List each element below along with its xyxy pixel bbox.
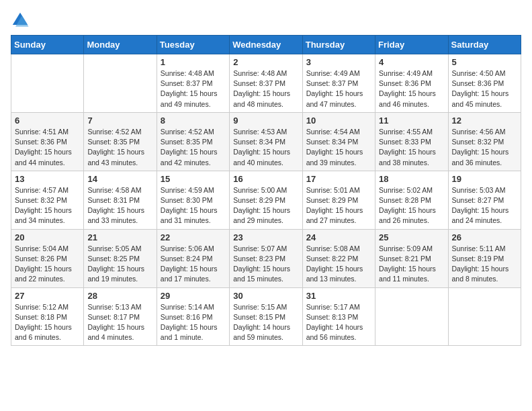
calendar-cell: 21Sunrise: 5:05 AM Sunset: 8:25 PM Dayli… — [84, 229, 157, 287]
day-info: Sunrise: 4:56 AM Sunset: 8:32 PM Dayligh… — [452, 127, 517, 168]
day-info: Sunrise: 5:17 AM Sunset: 8:13 PM Dayligh… — [306, 302, 371, 343]
day-info: Sunrise: 4:50 AM Sunset: 8:36 PM Dayligh… — [452, 68, 517, 109]
calendar-cell — [11, 54, 84, 113]
calendar-cell: 5Sunrise: 4:50 AM Sunset: 8:36 PM Daylig… — [448, 54, 521, 113]
header-saturday: Saturday — [448, 36, 521, 54]
day-number: 17 — [306, 174, 371, 184]
day-number: 23 — [233, 232, 298, 242]
week-row-5: 27Sunrise: 5:12 AM Sunset: 8:18 PM Dayli… — [11, 287, 521, 346]
day-info: Sunrise: 4:59 AM Sunset: 8:30 PM Dayligh… — [161, 185, 226, 226]
day-number: 20 — [15, 232, 80, 242]
calendar-cell: 22Sunrise: 5:06 AM Sunset: 8:24 PM Dayli… — [157, 229, 229, 287]
day-info: Sunrise: 5:03 AM Sunset: 8:27 PM Dayligh… — [452, 185, 517, 226]
calendar-cell: 11Sunrise: 4:55 AM Sunset: 8:33 PM Dayli… — [375, 112, 448, 171]
calendar-cell: 27Sunrise: 5:12 AM Sunset: 8:18 PM Dayli… — [11, 287, 84, 346]
day-number: 12 — [452, 116, 517, 126]
day-number: 9 — [233, 116, 298, 126]
week-row-3: 13Sunrise: 4:57 AM Sunset: 8:32 PM Dayli… — [11, 171, 521, 229]
day-info: Sunrise: 5:13 AM Sunset: 8:17 PM Dayligh… — [87, 302, 152, 343]
day-number: 6 — [15, 116, 80, 126]
day-number: 28 — [87, 291, 152, 301]
calendar-cell: 8Sunrise: 4:52 AM Sunset: 8:35 PM Daylig… — [157, 112, 229, 171]
day-number: 19 — [452, 174, 517, 184]
day-info: Sunrise: 4:52 AM Sunset: 8:35 PM Dayligh… — [87, 127, 152, 168]
calendar-cell: 10Sunrise: 4:54 AM Sunset: 8:34 PM Dayli… — [302, 112, 375, 171]
calendar-cell: 19Sunrise: 5:03 AM Sunset: 8:27 PM Dayli… — [448, 171, 521, 229]
day-info: Sunrise: 4:48 AM Sunset: 8:37 PM Dayligh… — [233, 68, 298, 109]
calendar-cell: 2Sunrise: 4:48 AM Sunset: 8:37 PM Daylig… — [230, 54, 302, 113]
week-row-2: 6Sunrise: 4:51 AM Sunset: 8:36 PM Daylig… — [11, 112, 521, 171]
day-number: 7 — [87, 116, 152, 126]
day-number: 2 — [233, 57, 298, 67]
day-number: 18 — [379, 174, 444, 184]
day-info: Sunrise: 4:53 AM Sunset: 8:34 PM Dayligh… — [233, 127, 298, 168]
calendar-cell: 23Sunrise: 5:07 AM Sunset: 8:23 PM Dayli… — [230, 229, 302, 287]
day-number: 13 — [15, 174, 80, 184]
day-info: Sunrise: 5:12 AM Sunset: 8:18 PM Dayligh… — [15, 302, 80, 343]
day-info: Sunrise: 4:49 AM Sunset: 8:36 PM Dayligh… — [379, 68, 444, 109]
day-number: 26 — [452, 232, 517, 242]
day-info: Sunrise: 5:02 AM Sunset: 8:28 PM Dayligh… — [379, 185, 444, 226]
header-sunday: Sunday — [11, 36, 84, 54]
calendar-table: SundayMondayTuesdayWednesdayThursdayFrid… — [11, 35, 521, 346]
header-wednesday: Wednesday — [230, 36, 302, 54]
logo — [11, 11, 32, 30]
day-number: 1 — [161, 57, 226, 67]
day-info: Sunrise: 4:58 AM Sunset: 8:31 PM Dayligh… — [87, 185, 152, 226]
day-info: Sunrise: 5:01 AM Sunset: 8:29 PM Dayligh… — [306, 185, 371, 226]
day-number: 3 — [306, 57, 371, 67]
day-info: Sunrise: 5:09 AM Sunset: 8:21 PM Dayligh… — [379, 244, 444, 285]
day-number: 27 — [15, 291, 80, 301]
week-row-1: 1Sunrise: 4:48 AM Sunset: 8:37 PM Daylig… — [11, 54, 521, 113]
day-info: Sunrise: 5:04 AM Sunset: 8:26 PM Dayligh… — [15, 244, 80, 285]
calendar-cell: 6Sunrise: 4:51 AM Sunset: 8:36 PM Daylig… — [11, 112, 84, 171]
day-info: Sunrise: 5:06 AM Sunset: 8:24 PM Dayligh… — [161, 244, 226, 285]
day-number: 5 — [452, 57, 517, 67]
day-info: Sunrise: 4:52 AM Sunset: 8:35 PM Dayligh… — [161, 127, 226, 168]
calendar-cell — [84, 54, 157, 113]
calendar-cell: 28Sunrise: 5:13 AM Sunset: 8:17 PM Dayli… — [84, 287, 157, 346]
day-info: Sunrise: 4:48 AM Sunset: 8:37 PM Dayligh… — [161, 68, 226, 109]
header-thursday: Thursday — [302, 36, 375, 54]
calendar-cell: 12Sunrise: 4:56 AM Sunset: 8:32 PM Dayli… — [448, 112, 521, 171]
day-number: 31 — [306, 291, 371, 301]
calendar-cell — [448, 287, 521, 346]
day-number: 4 — [379, 57, 444, 67]
day-number: 21 — [87, 232, 152, 242]
day-info: Sunrise: 4:55 AM Sunset: 8:33 PM Dayligh… — [379, 127, 444, 168]
calendar-cell: 25Sunrise: 5:09 AM Sunset: 8:21 PM Dayli… — [375, 229, 448, 287]
calendar-cell: 14Sunrise: 4:58 AM Sunset: 8:31 PM Dayli… — [84, 171, 157, 229]
calendar-cell — [375, 287, 448, 346]
calendar-cell: 7Sunrise: 4:52 AM Sunset: 8:35 PM Daylig… — [84, 112, 157, 171]
calendar-cell: 31Sunrise: 5:17 AM Sunset: 8:13 PM Dayli… — [302, 287, 375, 346]
day-number: 25 — [379, 232, 444, 242]
calendar-cell: 15Sunrise: 4:59 AM Sunset: 8:30 PM Dayli… — [157, 171, 229, 229]
logo-icon — [11, 11, 30, 30]
calendar-cell: 16Sunrise: 5:00 AM Sunset: 8:29 PM Dayli… — [230, 171, 302, 229]
day-number: 8 — [161, 116, 226, 126]
day-number: 15 — [161, 174, 226, 184]
day-info: Sunrise: 5:15 AM Sunset: 8:15 PM Dayligh… — [233, 302, 298, 343]
day-info: Sunrise: 5:05 AM Sunset: 8:25 PM Dayligh… — [87, 244, 152, 285]
day-info: Sunrise: 4:51 AM Sunset: 8:36 PM Dayligh… — [15, 127, 80, 168]
day-number: 14 — [87, 174, 152, 184]
day-info: Sunrise: 5:08 AM Sunset: 8:22 PM Dayligh… — [306, 244, 371, 285]
day-info: Sunrise: 5:14 AM Sunset: 8:16 PM Dayligh… — [161, 302, 226, 343]
day-info: Sunrise: 4:54 AM Sunset: 8:34 PM Dayligh… — [306, 127, 371, 168]
day-info: Sunrise: 4:57 AM Sunset: 8:32 PM Dayligh… — [15, 185, 80, 226]
day-info: Sunrise: 5:07 AM Sunset: 8:23 PM Dayligh… — [233, 244, 298, 285]
week-row-4: 20Sunrise: 5:04 AM Sunset: 8:26 PM Dayli… — [11, 229, 521, 287]
calendar-cell: 9Sunrise: 4:53 AM Sunset: 8:34 PM Daylig… — [230, 112, 302, 171]
day-info: Sunrise: 4:49 AM Sunset: 8:37 PM Dayligh… — [306, 68, 371, 109]
calendar-cell: 20Sunrise: 5:04 AM Sunset: 8:26 PM Dayli… — [11, 229, 84, 287]
calendar-cell: 3Sunrise: 4:49 AM Sunset: 8:37 PM Daylig… — [302, 54, 375, 113]
day-info: Sunrise: 5:00 AM Sunset: 8:29 PM Dayligh… — [233, 185, 298, 226]
day-number: 10 — [306, 116, 371, 126]
day-number: 24 — [306, 232, 371, 242]
day-number: 22 — [161, 232, 226, 242]
calendar-cell: 26Sunrise: 5:11 AM Sunset: 8:19 PM Dayli… — [448, 229, 521, 287]
day-number: 30 — [233, 291, 298, 301]
day-number: 29 — [161, 291, 226, 301]
day-number: 16 — [233, 174, 298, 184]
day-info: Sunrise: 5:11 AM Sunset: 8:19 PM Dayligh… — [452, 244, 517, 285]
